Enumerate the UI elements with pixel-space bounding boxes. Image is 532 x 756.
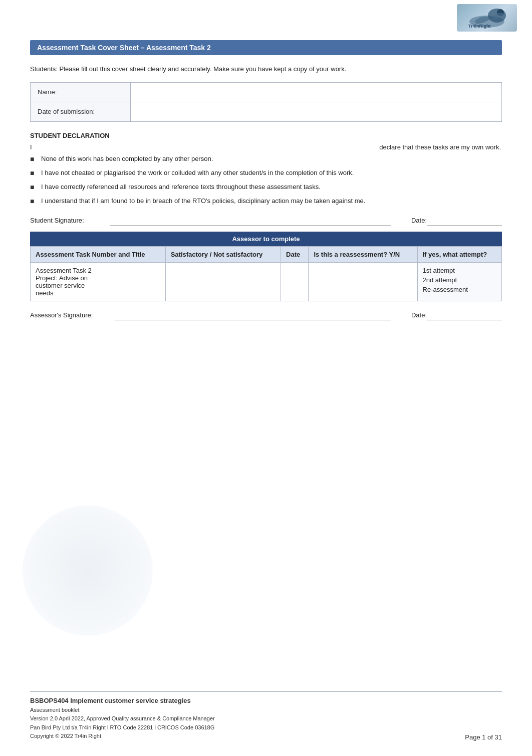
date-submission-value[interactable]: [131, 102, 501, 121]
bullet-2: ■: [30, 168, 41, 178]
bullet-3: ■: [30, 182, 41, 193]
declaration-title: STUDENT DECLARATION: [30, 132, 502, 139]
col-date: Date: [281, 246, 309, 262]
main-content: Assessment Task Cover Sheet – Assessment…: [0, 0, 532, 346]
task-line3: customer service: [36, 282, 85, 289]
bullet-4: ■: [30, 196, 41, 207]
student-date-value[interactable]: [427, 216, 502, 226]
declaration-item-2: I have correctly referenced all resource…: [41, 182, 502, 192]
reassessment-cell[interactable]: [309, 262, 417, 301]
footer-lines: Assessment booklet Version 2.0 April 202…: [30, 706, 502, 741]
student-date-label: Date:: [391, 217, 427, 224]
assessor-table: Assessment Task Number and Title Satisfa…: [30, 246, 502, 301]
declaration-item-3: I understand that if I am found to be in…: [41, 196, 502, 206]
assessor-signature-row: Assessor's Signature: Date:: [30, 310, 502, 320]
name-label: Name:: [31, 83, 131, 102]
student-sig-value[interactable]: [110, 216, 391, 226]
date-cell[interactable]: [281, 262, 309, 301]
svg-text:Tr4inRight: Tr4inRight: [468, 24, 491, 29]
declaration-i-text: declare that these tasks are my own work…: [45, 143, 502, 151]
satisfactory-cell[interactable]: [165, 262, 281, 301]
name-value[interactable]: [131, 83, 501, 102]
col-attempt: If yes, what attempt?: [417, 246, 502, 262]
task-line2: Project: Advise on: [36, 274, 88, 282]
col-reassessment: Is this a reassessment? Y/N: [309, 246, 417, 262]
instruction-text: Students: Please fill out this cover she…: [30, 64, 502, 74]
task-line4: needs: [36, 289, 53, 297]
task-cell: Assessment Task 2 Project: Advise on cus…: [31, 262, 166, 301]
list-item: ■ I understand that if I am found to be …: [30, 196, 502, 207]
task-line1: Assessment Task 2: [36, 267, 92, 274]
attempt-cell: 1st attempt 2nd attempt Re-assessment: [417, 262, 502, 301]
list-item: ■ I have not cheated or plagiarised the …: [30, 168, 502, 178]
attempt-1[interactable]: 1st attempt: [423, 267, 497, 274]
footer-line-3: Copyright © 2022 Tr4in Right: [30, 732, 502, 741]
student-signature-row: Student Signature: Date:: [30, 216, 502, 226]
declaration-i: I: [30, 143, 45, 151]
table-row: Assessment Task 2 Project: Advise on cus…: [31, 262, 502, 301]
declaration-list: ■ None of this work has been completed b…: [30, 154, 502, 207]
name-field-row: Name:: [31, 83, 501, 102]
logo: Tr4inRight: [457, 4, 517, 32]
declaration-item-1: I have not cheated or plagiarised the wo…: [41, 168, 502, 178]
footer-page: Page 1 of 31: [465, 733, 502, 741]
declaration-section: STUDENT DECLARATION I declare that these…: [30, 132, 502, 207]
assessor-sig-label: Assessor's Signature:: [30, 311, 115, 319]
table-header-row: Assessment Task Number and Title Satisfa…: [31, 246, 502, 262]
page: Tr4inRight Assessment Task Cover Sheet –…: [0, 0, 532, 756]
footer: BSBOPS404 Implement customer service str…: [30, 691, 502, 741]
header-title: Assessment Task Cover Sheet – Assessment…: [37, 44, 211, 52]
footer-line-1: Version 2.0 April 2022, Approved Quality…: [30, 714, 502, 723]
logo-image: Tr4inRight: [457, 4, 517, 32]
attempt-3[interactable]: Re-assessment: [423, 286, 497, 293]
assessor-date-value[interactable]: [427, 310, 502, 320]
student-sig-label: Student Signature:: [30, 217, 110, 224]
footer-line-0: Assessment booklet: [30, 706, 502, 715]
col-satisfactory: Satisfactory / Not satisfactory: [165, 246, 281, 262]
list-item: ■ None of this work has been completed b…: [30, 154, 502, 164]
date-submission-label: Date of submission:: [31, 102, 131, 121]
declaration-i-line: I declare that these tasks are my own wo…: [30, 143, 502, 151]
footer-line-2: Pan Bird Pty Ltd t/a Tr4in Right l RTO C…: [30, 723, 502, 732]
bullet-1: ■: [30, 154, 41, 164]
assessor-table-wrapper: Assessor to complete Assessment Task Num…: [30, 232, 502, 301]
col-task: Assessment Task Number and Title: [31, 246, 166, 262]
watermark-circle: [23, 505, 153, 636]
list-item: ■ I have correctly referenced all resour…: [30, 182, 502, 193]
watermark: [0, 490, 175, 666]
attempt-2[interactable]: 2nd attempt: [423, 276, 497, 284]
form-fields: Name: Date of submission:: [30, 82, 502, 122]
header-bar: Assessment Task Cover Sheet – Assessment…: [30, 40, 502, 55]
declaration-item-0: None of this work has been completed by …: [41, 154, 502, 164]
assessor-date-label: Date:: [391, 311, 427, 319]
logo-svg: Tr4inRight: [464, 7, 509, 29]
date-field-row: Date of submission:: [31, 102, 501, 121]
footer-title: BSBOPS404 Implement customer service str…: [30, 697, 502, 704]
assessor-sig-value[interactable]: [115, 310, 391, 320]
assessor-header: Assessor to complete: [30, 232, 502, 246]
